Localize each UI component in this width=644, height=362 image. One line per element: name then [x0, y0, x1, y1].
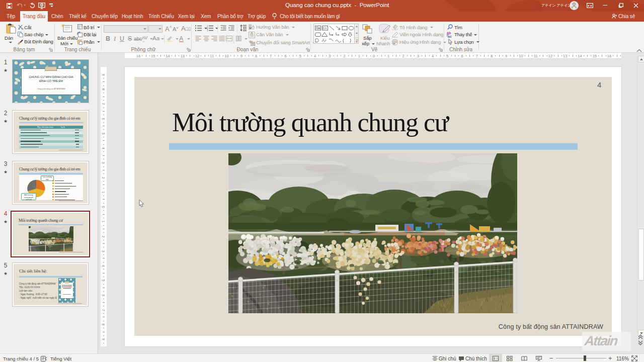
svg-text:A: A [318, 27, 320, 30]
svg-text:ac: ac [448, 35, 452, 38]
svg-text:A: A [325, 27, 327, 30]
svg-text:3: 3 [207, 29, 208, 31]
svg-text:A: A [252, 24, 255, 29]
